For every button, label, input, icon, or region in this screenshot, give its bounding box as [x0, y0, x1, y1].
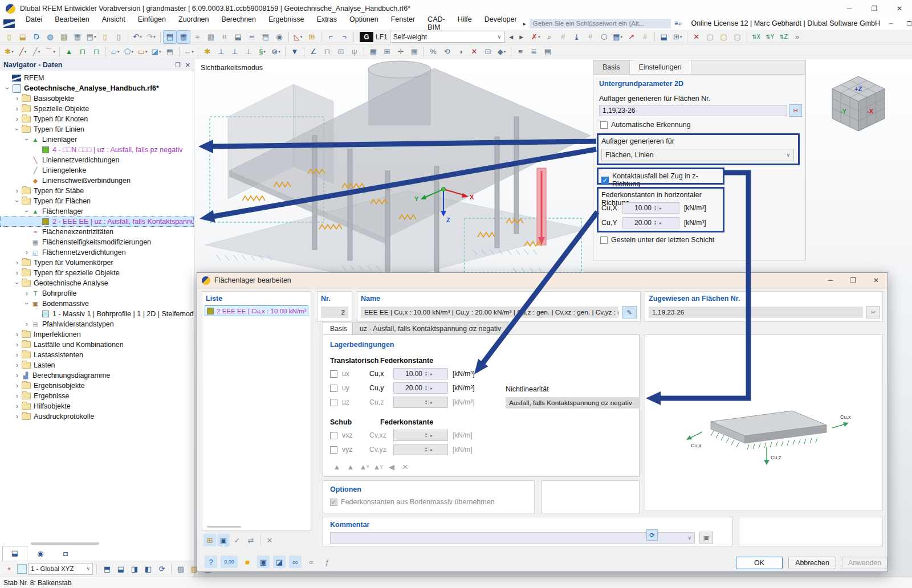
values-gray-icon[interactable]: #: [639, 31, 652, 43]
expander-icon[interactable]: ›: [13, 351, 21, 359]
menu-developer[interactable]: Developer: [478, 15, 523, 31]
uz-checkbox[interactable]: [330, 399, 337, 406]
abacus-icon[interactable]: ⊞▾: [671, 31, 684, 43]
delete-x-icon[interactable]: ✕: [468, 46, 481, 58]
search-icon[interactable]: ≡⌕: [674, 19, 682, 27]
section-box-icon[interactable]: ⊡: [335, 46, 347, 58]
tab-einstellungen[interactable]: Einstellungen: [630, 60, 691, 74]
support-surface-icon[interactable]: ⊥: [242, 46, 255, 58]
grid-d-icon[interactable]: ▦: [408, 46, 421, 58]
expander-icon[interactable]: ›: [13, 187, 21, 195]
uy-checkbox[interactable]: [330, 385, 337, 392]
clear-assigned-button[interactable]: ✂: [866, 306, 880, 318]
expander-icon[interactable]: ›: [13, 269, 21, 277]
check-sync-icon[interactable]: ⇄: [245, 534, 257, 546]
layer-c-icon[interactable]: ▤: [542, 46, 554, 58]
surface-modify-icon[interactable]: ◪▾: [150, 46, 162, 58]
prev-load-case-button[interactable]: ◀: [507, 32, 515, 42]
coordinate-system-select[interactable]: 1 - Global XYZ ∨: [28, 563, 93, 575]
percent-icon[interactable]: %: [427, 46, 439, 58]
hinge-new-icon[interactable]: §▾: [256, 46, 268, 58]
liste-item-selected[interactable]: 2 EEE EE | Cu,x : 10.00 kN/m³ |: [205, 305, 308, 316]
node-new-icon[interactable]: ✱▾: [3, 46, 15, 58]
printout-report-icon[interactable]: ≣: [246, 31, 258, 43]
navigation-cube[interactable]: +Z -Y -X: [826, 72, 890, 136]
model-web-icon[interactable]: ◍: [44, 31, 56, 43]
tree-item[interactable]: ›Lasten: [0, 360, 194, 370]
support-free-icon[interactable]: ✕: [399, 460, 412, 473]
print-icon[interactable]: ▤▾: [85, 31, 97, 43]
tree-item[interactable]: ›Typen für spezielle Objekte: [0, 268, 194, 278]
member-table-icon[interactable]: ⊓: [90, 46, 103, 58]
tab-display-navigator[interactable]: ◉: [28, 547, 52, 561]
doc-restore-button[interactable]: ❐: [902, 18, 912, 29]
rock-row[interactable]: Gestein unter der letzten Schicht: [600, 236, 714, 244]
expander-icon[interactable]: ›: [13, 361, 21, 369]
menu-hilfe[interactable]: Hilfe: [451, 15, 478, 31]
maximize-button[interactable]: ❐: [862, 0, 887, 17]
color-swatch-icon[interactable]: ■: [241, 556, 254, 568]
expander-icon[interactable]: ›: [13, 125, 21, 133]
tree-item[interactable]: RFEM: [0, 73, 194, 83]
tree-item[interactable]: ›Lastfälle und Kombinationen: [0, 340, 194, 350]
tree-item[interactable]: ›Ergebnisobjekte: [0, 381, 194, 391]
kommentar-input[interactable]: ∨: [330, 532, 695, 544]
zoom-cancel-icon[interactable]: ✕: [690, 31, 703, 43]
frame-select-icon[interactable]: ⊡: [482, 46, 494, 58]
cux-input[interactable]: 10.00 ▴▾ ▸: [622, 202, 679, 214]
expander-icon[interactable]: ›: [13, 115, 21, 123]
tree-item[interactable]: 4 - □□N □□□ | uz : Ausfall, falls pz neg…: [0, 145, 194, 155]
tree-item[interactable]: ›Ergebnisse: [0, 391, 194, 401]
box-edit-icon[interactable]: ▢: [718, 31, 730, 43]
load-down-icon[interactable]: ⤓: [571, 31, 583, 43]
tab-basis[interactable]: Basis: [593, 60, 630, 74]
copy-comment-button[interactable]: ▣: [699, 532, 713, 544]
table-mini-icon[interactable]: ▦▾: [612, 31, 624, 43]
expander-icon[interactable]: ›: [13, 197, 21, 205]
support-line-2-icon[interactable]: ⊥: [229, 46, 241, 58]
dialog-maximize-button[interactable]: ❐: [842, 273, 865, 288]
member-set-icon[interactable]: ⊓: [76, 46, 89, 58]
expander-icon[interactable]: ›: [13, 105, 21, 113]
block-insert-icon[interactable]: ⬒: [164, 46, 176, 58]
support-fixed-y-icon[interactable]: ▲ʸ: [372, 460, 384, 473]
nonlinearity-select[interactable]: Ausfall, falls Kontaktspannung σz negati…: [506, 397, 640, 409]
release-new-icon[interactable]: ⊚▾: [270, 46, 282, 58]
menu-cad-bim[interactable]: CAD-BIM: [421, 15, 451, 31]
unlink-icon[interactable]: ∝: [305, 556, 317, 568]
close-panel-icon[interactable]: ✕: [185, 62, 190, 69]
tree-item[interactable]: ╱Liniengelenke: [0, 165, 194, 175]
mirror-icon[interactable]: ◑: [454, 46, 467, 58]
tree-item[interactable]: ›▣Bodenmassive: [0, 299, 194, 309]
jump-node-icon[interactable]: ↗: [625, 31, 638, 43]
expander-icon[interactable]: ›: [13, 371, 21, 379]
next-load-case-button[interactable]: ▶: [518, 32, 526, 42]
tree-item[interactable]: ›◱Flächennetzverdichtungen: [0, 247, 194, 258]
open-model-icon[interactable]: ⬓: [17, 31, 29, 43]
expander-icon[interactable]: ›: [13, 279, 21, 287]
view-default-icon[interactable]: ⬒: [101, 562, 113, 575]
toolbar-more-icon[interactable]: »: [791, 31, 804, 43]
save-icon[interactable]: ▦: [71, 31, 84, 43]
expand-icon[interactable]: ▸: [657, 220, 663, 226]
units-decimals-icon[interactable]: 0.00: [221, 556, 238, 568]
ux-checkbox[interactable]: [330, 370, 337, 378]
tree-item[interactable]: ›Basisobjekte: [0, 93, 194, 104]
member-new-icon[interactable]: ▲: [63, 46, 75, 58]
expander-icon[interactable]: ›: [23, 300, 31, 308]
box-wire-icon[interactable]: ▢: [704, 31, 716, 43]
tree-item[interactable]: ›▲Flächenlager: [0, 206, 194, 217]
grid-c-icon[interactable]: ✛: [394, 46, 407, 58]
polyline-new-icon[interactable]: ⌒▾: [44, 46, 56, 58]
visibility-user-icon[interactable]: ▨: [174, 562, 187, 575]
search-expand-icon[interactable]: ▸: [523, 21, 526, 27]
check-all-icon[interactable]: ✓: [231, 534, 243, 546]
box-solid-icon[interactable]: ▢: [731, 31, 744, 43]
cube-left-label[interactable]: -Y: [840, 108, 847, 115]
redo-icon[interactable]: ↷▾: [145, 31, 157, 43]
support-fixed-x-icon[interactable]: ▲ˣ: [358, 460, 370, 473]
tab-data-navigator[interactable]: ⬓: [2, 546, 27, 561]
tree-item[interactable]: ›Ausdruckprotokolle: [0, 411, 194, 422]
copy-sheet-icon[interactable]: ▯: [112, 31, 125, 43]
tree-item[interactable]: ›⊟Pfahlwiderstandstypen: [0, 319, 194, 329]
